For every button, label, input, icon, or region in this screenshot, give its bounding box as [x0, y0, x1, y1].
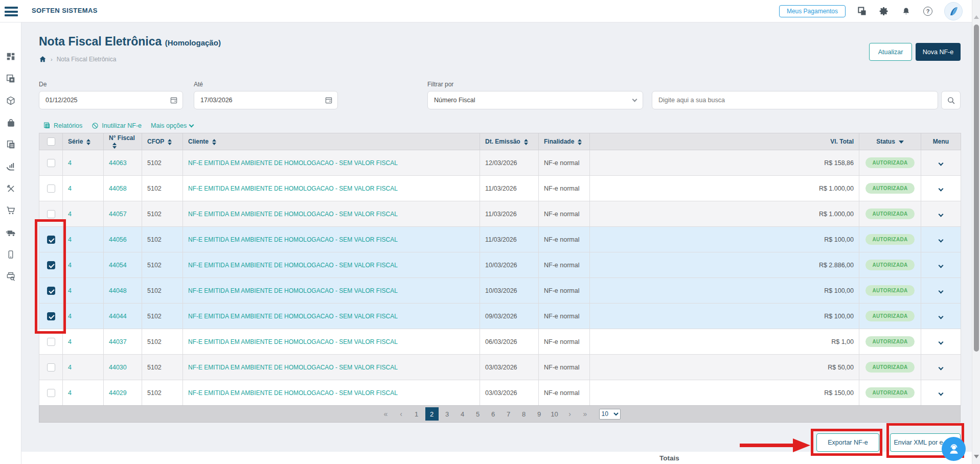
row-menu-button[interactable] [939, 339, 944, 344]
col-total[interactable]: Vl. Total [590, 133, 859, 150]
row-menu-button[interactable] [939, 160, 944, 166]
col-serie[interactable]: Série [63, 133, 104, 150]
copy-windows-icon[interactable] [856, 6, 868, 17]
pagination-page-6[interactable]: 6 [487, 407, 500, 421]
pagination-page-8[interactable]: 8 [517, 407, 531, 421]
de-date-input[interactable] [39, 91, 183, 109]
truck-icon[interactable] [5, 227, 16, 238]
col-cliente[interactable]: Cliente [183, 133, 480, 150]
package-icon[interactable] [5, 95, 16, 106]
cliente-link[interactable]: NF-E EMITIDA EM AMBIENTE DE HOMOLOGACAO … [188, 287, 398, 294]
scroll-up-arrow-icon[interactable] [974, 15, 979, 19]
pagination-page-7[interactable]: 7 [502, 407, 515, 421]
fiscal-link[interactable]: 44030 [109, 364, 127, 371]
help-icon[interactable]: ? [922, 6, 933, 17]
cliente-link[interactable]: NF-E EMITIDA EM AMBIENTE DE HOMOLOGACAO … [188, 236, 398, 243]
cliente-link[interactable]: NF-E EMITIDA EM AMBIENTE DE HOMOLOGACAO … [188, 313, 398, 320]
pagination-page-10[interactable]: 10 [548, 407, 561, 421]
cliente-link[interactable]: NF-E EMITIDA EM AMBIENTE DE HOMOLOGACAO … [188, 185, 398, 192]
row-checkbox[interactable] [47, 389, 55, 397]
select-all-checkbox[interactable] [47, 137, 55, 146]
pagination-page-3[interactable]: 3 [441, 407, 454, 421]
pagination-page-5[interactable]: 5 [471, 407, 485, 421]
filtrar-por-select[interactable]: Número Fiscal [427, 91, 643, 109]
cliente-link[interactable]: NF-E EMITIDA EM AMBIENTE DE HOMOLOGACAO … [188, 211, 398, 218]
row-menu-button[interactable] [939, 237, 944, 242]
serie-link[interactable]: 4 [68, 262, 72, 269]
serie-link[interactable]: 4 [68, 159, 72, 167]
pagination-page-9[interactable]: 9 [533, 407, 546, 421]
vertical-scrollbar[interactable] [972, 0, 980, 464]
relatorios-link[interactable]: Relatórios [43, 122, 82, 129]
hand-chart-icon[interactable] [5, 161, 16, 172]
cliente-link[interactable]: NF-E EMITIDA EM AMBIENTE DE HOMOLOGACAO … [188, 159, 398, 167]
serie-link[interactable]: 4 [68, 211, 72, 218]
serie-link[interactable]: 4 [68, 236, 72, 243]
row-menu-button[interactable] [939, 212, 944, 217]
bell-icon[interactable] [900, 6, 911, 17]
row-checkbox[interactable] [47, 363, 55, 372]
fiscal-link[interactable]: 44063 [109, 159, 127, 167]
row-menu-button[interactable] [939, 365, 944, 370]
meus-pagamentos-button[interactable]: Meus Pagamentos [779, 5, 846, 17]
pagination-next[interactable]: › [563, 407, 577, 421]
cliente-link[interactable]: NF-E EMITIDA EM AMBIENTE DE HOMOLOGACAO … [188, 338, 398, 345]
cliente-link[interactable]: NF-E EMITIDA EM AMBIENTE DE HOMOLOGACAO … [188, 364, 398, 371]
cart-icon[interactable] [5, 205, 16, 216]
fiscal-link[interactable]: 44057 [109, 211, 127, 218]
fiscal-link[interactable]: 44058 [109, 185, 127, 192]
cliente-link[interactable]: NF-E EMITIDA EM AMBIENTE DE HOMOLOGACAO … [188, 262, 398, 269]
home-icon[interactable] [39, 55, 47, 63]
row-checkbox[interactable] [47, 261, 55, 269]
row-menu-button[interactable] [939, 263, 944, 268]
pagination-page-4[interactable]: 4 [456, 407, 469, 421]
fiscal-link[interactable]: 44044 [109, 313, 127, 320]
col-finalidade[interactable]: Finalidade [539, 133, 590, 150]
fiscal-link[interactable]: 44048 [109, 287, 127, 294]
col-fiscal[interactable]: N° Fiscal [104, 133, 142, 150]
shopping-bag-icon[interactable] [5, 117, 16, 128]
row-checkbox[interactable] [47, 159, 55, 167]
gear-icon[interactable] [878, 6, 890, 17]
row-menu-button[interactable] [939, 288, 944, 293]
pagination-page-1[interactable]: 1 [410, 407, 423, 421]
serie-link[interactable]: 4 [68, 313, 72, 320]
exportar-nfe-button[interactable]: Exportar NF-e [816, 433, 879, 452]
page-size-select[interactable]: 10 [599, 409, 621, 420]
pagination-page-2[interactable]: 2 [425, 407, 439, 421]
serie-link[interactable]: 4 [68, 389, 72, 397]
col-status[interactable]: Status [859, 133, 921, 150]
avatar-logo[interactable] [944, 2, 963, 20]
fiscal-link[interactable]: 44037 [109, 338, 127, 345]
serie-link[interactable]: 4 [68, 364, 72, 371]
search-input[interactable] [652, 91, 938, 109]
pagination-last[interactable]: » [579, 407, 592, 421]
serie-link[interactable]: 4 [68, 185, 72, 192]
documents-icon[interactable] [5, 139, 16, 150]
row-checkbox[interactable] [47, 210, 55, 218]
pagination-first[interactable]: « [379, 407, 393, 421]
cliente-link[interactable]: NF-E EMITIDA EM AMBIENTE DE HOMOLOGACAO … [188, 389, 398, 397]
col-cfop[interactable]: CFOP [142, 133, 183, 150]
col-emissao[interactable]: Dt. Emissão [480, 133, 539, 150]
utensils-icon[interactable] [5, 183, 16, 194]
dashboard-icon[interactable] [5, 51, 16, 62]
hamburger-menu-icon[interactable] [5, 7, 18, 16]
fiscal-link[interactable]: 44056 [109, 236, 127, 243]
pagination-prev[interactable]: ‹ [395, 407, 408, 421]
row-menu-button[interactable] [939, 390, 944, 396]
row-checkbox[interactable] [47, 287, 55, 295]
nova-nfe-button[interactable]: Nova NF-e [916, 43, 961, 61]
scrollbar-thumb[interactable] [974, 25, 979, 352]
row-checkbox[interactable] [47, 338, 55, 346]
note-add-icon[interactable] [5, 73, 16, 84]
row-checkbox[interactable] [47, 312, 55, 320]
row-menu-button[interactable] [939, 186, 944, 191]
serie-link[interactable]: 4 [68, 338, 72, 345]
scroll-down-arrow-icon[interactable] [974, 455, 979, 458]
row-menu-button[interactable] [939, 314, 944, 319]
fiscal-link[interactable]: 44054 [109, 262, 127, 269]
print-search-icon[interactable] [5, 271, 16, 282]
fiscal-link[interactable]: 44029 [109, 389, 127, 397]
row-checkbox[interactable] [47, 236, 55, 244]
